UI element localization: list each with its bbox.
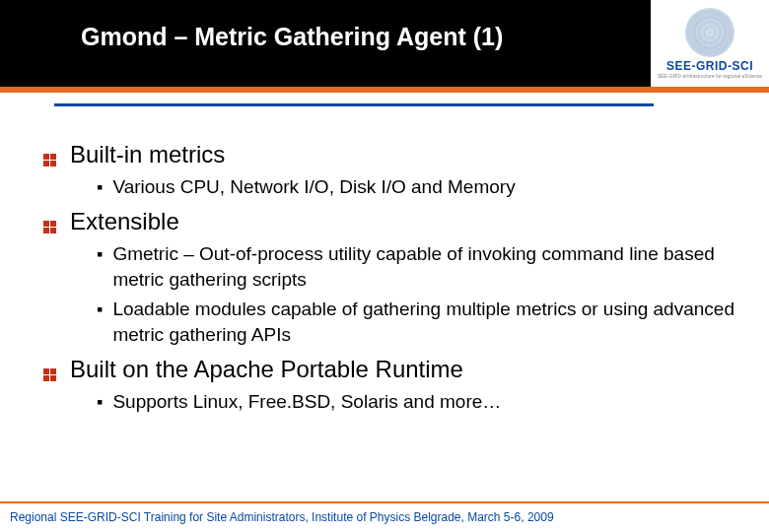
sub-list-item: ▪ Loadable modules capable of gathering … xyxy=(97,297,734,348)
header-accent-bar xyxy=(0,87,769,93)
square-bullet-icon: ▪ xyxy=(97,241,103,267)
square-bullet-icon xyxy=(43,154,56,166)
sub-list-item: ▪ Supports Linux, Free.BSD, Solaris and … xyxy=(97,389,734,415)
logo-container: SEE-GRID-SCI SEE-GRID eInfrastructure fo… xyxy=(651,0,769,87)
square-bullet-icon xyxy=(43,368,56,381)
fingerprint-logo-icon xyxy=(685,8,734,57)
header-divider xyxy=(54,103,654,106)
sub-list-item: ▪ Gmetric – Out-of-process utility capab… xyxy=(97,241,734,293)
square-bullet-icon: ▪ xyxy=(97,389,103,415)
slide-header: Gmond – Metric Gathering Agent (1) SEE-G… xyxy=(0,0,769,87)
list-item-label: Built-in metrics xyxy=(70,141,225,168)
sub-list-item: ▪ Various CPU, Network I/O, Disk I/O and… xyxy=(97,174,734,200)
logo-text: SEE-GRID-SCI xyxy=(666,59,753,73)
square-bullet-icon xyxy=(43,221,56,233)
slide-title: Gmond – Metric Gathering Agent (1) xyxy=(81,23,503,51)
sub-list-item-label: Supports Linux, Free.BSD, Solaris and mo… xyxy=(112,389,501,415)
sub-list-item-label: Various CPU, Network I/O, Disk I/O and M… xyxy=(112,174,515,200)
footer-accent-bar xyxy=(0,501,769,503)
list-item: Built-in metrics xyxy=(39,141,734,168)
sub-list: ▪ Various CPU, Network I/O, Disk I/O and… xyxy=(97,174,734,200)
sub-list-item-label: Loadable modules capable of gathering mu… xyxy=(112,297,734,348)
list-item: Extensible xyxy=(39,208,734,235)
logo-subtitle: SEE-GRID eInfrastructure for regional eS… xyxy=(658,73,762,79)
sub-list: ▪ Gmetric – Out-of-process utility capab… xyxy=(97,241,734,348)
sub-list-item-label: Gmetric – Out-of-process utility capable… xyxy=(112,241,734,293)
sub-list: ▪ Supports Linux, Free.BSD, Solaris and … xyxy=(97,389,734,415)
footer-text: Regional SEE-GRID-SCI Training for Site … xyxy=(10,510,554,524)
list-item-label: Built on the Apache Portable Runtime xyxy=(70,356,463,383)
list-item: Built on the Apache Portable Runtime xyxy=(39,356,734,383)
square-bullet-icon: ▪ xyxy=(97,297,103,322)
square-bullet-icon: ▪ xyxy=(97,174,103,200)
list-item-label: Extensible xyxy=(70,208,179,235)
slide-body: Built-in metrics ▪ Various CPU, Network … xyxy=(39,133,734,419)
